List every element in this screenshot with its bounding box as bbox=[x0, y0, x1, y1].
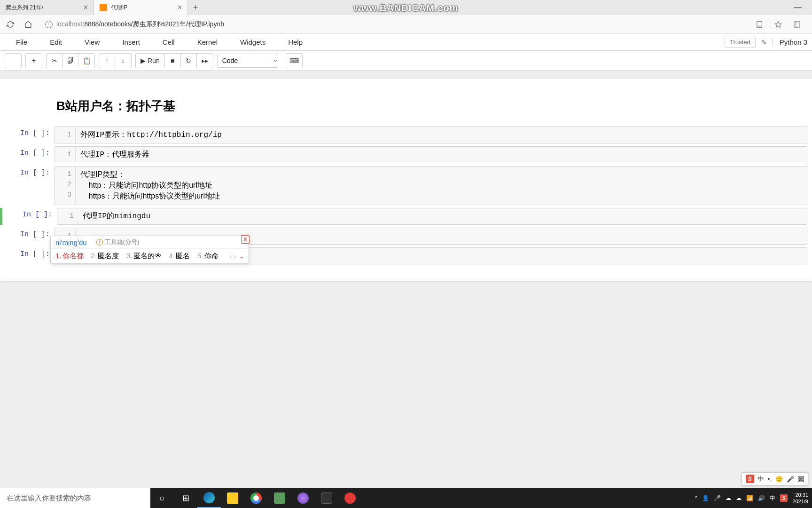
site-info-icon[interactable]: i bbox=[45, 21, 53, 28]
ime-candidate-4[interactable]: 4.匿名 bbox=[169, 252, 190, 261]
move-up-button[interactable]: ↑ bbox=[99, 54, 115, 68]
mic-icon[interactable]: 🎤 bbox=[787, 476, 794, 483]
sogou-tray-icon[interactable]: S bbox=[780, 494, 788, 502]
url-input[interactable]: i localhost:8888/notebooks/爬虫系列%2021年/代理… bbox=[40, 17, 747, 32]
chevron-down-icon: ⌄ bbox=[239, 253, 244, 260]
ime-candidate-1[interactable]: 1.你名都 bbox=[55, 252, 84, 261]
reading-mode-icon[interactable] bbox=[754, 19, 765, 30]
close-icon[interactable]: × bbox=[84, 3, 88, 12]
menu-file[interactable]: File bbox=[5, 38, 39, 46]
ime-lang[interactable]: 中 bbox=[758, 475, 764, 483]
tab-title: 爬虫系列 21年/ bbox=[6, 4, 43, 12]
volume-icon[interactable]: 🔊 bbox=[758, 495, 765, 501]
record-taskbar-icon[interactable] bbox=[338, 488, 362, 508]
pencil-icon[interactable]: ✎ bbox=[761, 39, 767, 46]
menu-view[interactable]: View bbox=[73, 38, 111, 46]
fast-forward-button[interactable]: ▸▸ bbox=[197, 54, 213, 68]
ime-candidate-3[interactable]: 3.匿名的👁 bbox=[126, 252, 162, 261]
wifi-icon[interactable]: 📶 bbox=[746, 495, 753, 501]
copy-button[interactable]: 🗐 bbox=[62, 54, 78, 68]
ime-candidate-window[interactable]: ni'ming'du i 工具箱(分号) S 1.你名都 2.匿名度 3.匿名的… bbox=[50, 236, 249, 264]
emoji-icon[interactable]: 🙂 bbox=[775, 476, 783, 483]
edge-taskbar-icon[interactable] bbox=[197, 488, 221, 508]
menu-kernel[interactable]: Kernel bbox=[186, 38, 229, 46]
cell-input[interactable]: 1 外网IP显示：http://httpbin.org/ip bbox=[55, 127, 807, 143]
chevron-up-icon[interactable]: ^ bbox=[695, 495, 698, 501]
trusted-badge[interactable]: Trusted bbox=[725, 37, 756, 48]
save-button[interactable] bbox=[5, 54, 21, 68]
code-cell[interactable]: In [ ]: 1 代理IP：代理服务器 bbox=[0, 146, 812, 163]
menu-cell[interactable]: Cell bbox=[151, 38, 186, 46]
cloud-icon[interactable]: ☁ bbox=[726, 495, 731, 501]
code-text[interactable]: 代理IP类型： http：只能访问http协议类型的url地址 https：只能… bbox=[76, 167, 807, 205]
code-text[interactable]: 外网IP显示：http://httpbin.org/ip bbox=[76, 127, 807, 143]
onedrive-icon[interactable]: ☁ bbox=[736, 495, 742, 501]
system-tray[interactable]: ^ 👤 🎤 ☁ ☁ 📶 🔊 中 S 20:31 2021/9 bbox=[695, 488, 812, 508]
ime-lang-icon[interactable]: 中 bbox=[770, 494, 775, 502]
favorite-icon[interactable] bbox=[773, 19, 784, 30]
jupyter-menubar: File Edit View Insert Cell Kernel Widget… bbox=[0, 34, 812, 51]
start-button[interactable]: ○ bbox=[150, 488, 174, 508]
chevron-right-icon: › bbox=[234, 253, 236, 260]
add-cell-button[interactable]: + bbox=[26, 54, 42, 68]
stop-button[interactable]: ■ bbox=[165, 54, 181, 68]
cut-button[interactable]: ✂ bbox=[47, 54, 62, 68]
kernel-indicator[interactable]: Python 3 bbox=[773, 38, 807, 46]
menu-widgets[interactable]: Widgets bbox=[229, 38, 277, 46]
menu-insert[interactable]: Insert bbox=[111, 38, 151, 46]
terminal-taskbar-icon[interactable] bbox=[315, 488, 338, 508]
paste-button[interactable]: 📋 bbox=[78, 54, 94, 68]
cell-input[interactable]: 123 代理IP类型： http：只能访问http协议类型的url地址 http… bbox=[55, 166, 807, 205]
code-text[interactable]: 代理IP的nimingdu bbox=[78, 208, 807, 224]
ime-candidate-list: 1.你名都 2.匿名度 3.匿名的👁 4.匿名 5.你命 ‹›⌄ bbox=[51, 249, 249, 263]
ime-punct[interactable]: •, bbox=[768, 476, 772, 483]
ime-candidate-2[interactable]: 2.匿名度 bbox=[91, 252, 119, 261]
chrome-taskbar-icon[interactable] bbox=[244, 488, 268, 508]
markdown-cell[interactable]: B站用户名：拓扑子基 bbox=[0, 98, 812, 124]
new-tab-button[interactable]: + bbox=[188, 0, 203, 15]
ime-status-bar[interactable]: S 中 •, 🙂 🎤 🖼 bbox=[742, 472, 808, 485]
taskbar-search[interactable]: 在这里输入你要搜索的内容 bbox=[0, 488, 150, 508]
clock[interactable]: 20:31 2021/9 bbox=[792, 492, 808, 505]
info-icon: i bbox=[96, 239, 103, 246]
app-taskbar-icon[interactable] bbox=[291, 488, 315, 508]
code-cell-selected[interactable]: In [ ]: 1 代理IP的nimingdu bbox=[0, 208, 812, 225]
cell-input[interactable]: 1 代理IP的nimingdu bbox=[57, 208, 807, 225]
cell-input[interactable]: 1 代理IP：代理服务器 bbox=[55, 146, 807, 163]
cell-prompt: In [ ]: bbox=[0, 166, 55, 205]
cell-type-select[interactable]: Code bbox=[217, 54, 278, 68]
code-cell[interactable]: In [ ]: 123 代理IP类型： http：只能访问http协议类型的ur… bbox=[0, 166, 812, 205]
cell-prompt: In [ ]: bbox=[2, 208, 57, 225]
explorer-taskbar-icon[interactable] bbox=[221, 488, 244, 508]
people-icon[interactable]: 👤 bbox=[702, 495, 709, 501]
collections-icon[interactable] bbox=[791, 19, 803, 30]
browser-tab-1[interactable]: 爬虫系列 21年/ × bbox=[0, 0, 94, 15]
app-taskbar-icon[interactable] bbox=[268, 488, 291, 508]
restart-button[interactable]: ↻ bbox=[181, 54, 197, 68]
ime-pager[interactable]: ‹›⌄ bbox=[230, 253, 244, 260]
refresh-button[interactable] bbox=[5, 19, 16, 30]
menu-edit[interactable]: Edit bbox=[39, 38, 73, 46]
sogou-logo-icon: S bbox=[746, 475, 754, 483]
bandicam-watermark: www.BANDICAM.com bbox=[353, 3, 458, 14]
ime-pinyin-text: ni'ming'du bbox=[55, 238, 87, 246]
browser-tab-2[interactable]: 代理IP × bbox=[94, 0, 188, 15]
code-cell[interactable]: In [ ]: 1 外网IP显示：http://httpbin.org/ip bbox=[0, 127, 812, 143]
ime-candidate-5[interactable]: 5.你命 bbox=[197, 252, 219, 261]
command-palette-button[interactable]: ⌨ bbox=[286, 54, 302, 68]
svg-marker-0 bbox=[775, 21, 781, 27]
home-button[interactable] bbox=[23, 19, 34, 30]
minimize-button[interactable]: — bbox=[789, 3, 807, 12]
move-down-button[interactable]: ↓ bbox=[115, 54, 131, 68]
code-text[interactable]: 代理IP：代理服务器 bbox=[76, 147, 807, 163]
skin-icon[interactable]: 🖼 bbox=[798, 476, 804, 483]
line-gutter: 123 bbox=[55, 167, 76, 205]
sogou-logo-icon: S bbox=[241, 235, 250, 244]
address-bar: i localhost:8888/notebooks/爬虫系列%2021年/代理… bbox=[0, 15, 812, 34]
run-button[interactable]: ▶ Run bbox=[136, 54, 165, 68]
menu-help[interactable]: Help bbox=[277, 38, 314, 46]
task-view-button[interactable]: ⊞ bbox=[174, 488, 197, 508]
close-icon[interactable]: × bbox=[178, 3, 182, 12]
line-gutter: 1 bbox=[57, 208, 78, 224]
mic-icon[interactable]: 🎤 bbox=[714, 495, 721, 501]
